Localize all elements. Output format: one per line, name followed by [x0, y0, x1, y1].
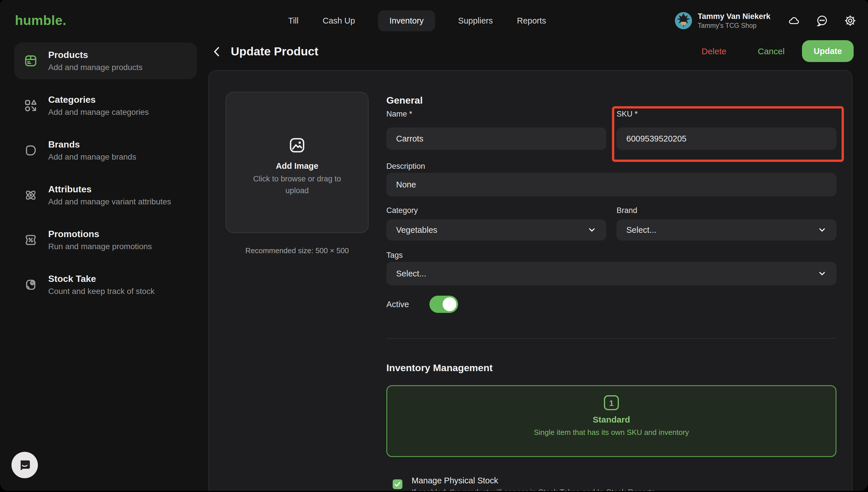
user-cluster: Tammy Van Niekerk Tammy's TCG Shop [675, 0, 857, 41]
nav-inventory[interactable]: Inventory [378, 10, 435, 31]
sidebar-item-desc: Run and manage promotions [48, 242, 152, 251]
upload-hint: Click to browse or drag to upload [241, 173, 353, 196]
main-nav: Till Cash Up Inventory Suppliers Reports [287, 0, 547, 41]
active-label: Active [386, 300, 606, 309]
support-chat-icon [18, 458, 31, 472]
type-title: Standard [387, 415, 836, 424]
atom-icon [24, 188, 38, 202]
standard-type-icon: 1 [604, 395, 619, 410]
sidebar-item-stock-take[interactable]: Stock Take Count and keep track of stock [14, 266, 197, 303]
section-divider [386, 338, 837, 339]
image-icon [288, 136, 306, 154]
upload-recommended-size: Recommended size: 500 × 500 [226, 246, 369, 255]
tag-icon [24, 143, 38, 157]
sku-input[interactable] [617, 127, 837, 150]
upload-title: Add Image [226, 161, 368, 171]
shapes-icon [24, 98, 38, 113]
avatar[interactable] [675, 12, 692, 29]
app-window: humble. Till Cash Up Inventory Suppliers… [0, 0, 868, 491]
tags-value: Select... [396, 269, 426, 278]
sidebar: Products Add and manage products Categor… [14, 43, 197, 311]
description-label: Description [386, 162, 606, 171]
name-label: Name * [386, 109, 606, 119]
nav-reports[interactable]: Reports [516, 10, 547, 31]
ticket-percent-icon [24, 233, 38, 247]
chevron-down-icon [817, 225, 827, 235]
sidebar-item-title: Products [48, 49, 142, 60]
image-upload-dropzone[interactable]: Add Image Click to browse or drag to upl… [226, 92, 369, 233]
app-logo: humble. [15, 13, 66, 28]
sidebar-item-title: Categories [48, 94, 149, 105]
toggle-knob [443, 297, 456, 311]
inventory-type-card-standard[interactable]: 1 Standard Single item that has its own … [386, 385, 837, 457]
sidebar-item-desc: Add and manage brands [48, 152, 137, 162]
nav-cash-up[interactable]: Cash Up [321, 10, 356, 31]
sidebar-item-products[interactable]: Products Add and manage products [14, 43, 197, 79]
sidebar-item-title: Brands [48, 139, 137, 150]
sidebar-item-categories[interactable]: Categories Add and manage categories [14, 87, 197, 124]
sidebar-item-desc: Add and manage products [48, 63, 142, 72]
sidebar-item-promotions[interactable]: Promotions Run and manage promotions [14, 222, 197, 259]
sidebar-item-title: Stock Take [48, 273, 154, 284]
brand-select[interactable]: Select... [617, 219, 837, 241]
top-nav: humble. Till Cash Up Inventory Suppliers… [0, 0, 868, 41]
sidebar-item-title: Attributes [48, 184, 171, 195]
gear-icon[interactable] [844, 14, 857, 27]
description-input[interactable] [386, 173, 837, 196]
section-inventory-management: Inventory Management [386, 362, 493, 373]
manage-physical-stock-checkbox[interactable] [393, 479, 402, 489]
section-general: General [386, 95, 423, 106]
user-shop: Tammy's TCG Shop [698, 22, 770, 30]
sidebar-item-desc: Count and keep track of stock [48, 287, 154, 296]
brand-value: Select... [626, 225, 656, 235]
tags-select[interactable]: Select... [386, 262, 837, 285]
user-name: Tammy Van Niekerk [698, 12, 770, 22]
category-select[interactable]: Vegetables [386, 219, 606, 241]
user-info[interactable]: Tammy Van Niekerk Tammy's TCG Shop [698, 12, 770, 30]
page-title: Update Product [231, 45, 318, 58]
nav-till[interactable]: Till [287, 10, 300, 31]
sidebar-item-desc: Add and manage variant attributes [48, 197, 171, 207]
support-chat-button[interactable] [11, 452, 38, 478]
check-icon [394, 481, 401, 488]
name-input[interactable] [386, 127, 606, 150]
clipboard-check-icon [24, 277, 38, 292]
manage-physical-stock-desc: If enabled, the product will appear in S… [412, 488, 655, 491]
chat-icon[interactable] [816, 14, 828, 27]
category-label: Category [386, 206, 606, 215]
back-icon[interactable] [210, 45, 224, 58]
brand-label: Brand [617, 206, 837, 215]
sidebar-item-desc: Add and manage categories [48, 107, 149, 117]
delete-button[interactable]: Delete [701, 47, 726, 56]
sku-label: SKU * [617, 109, 837, 119]
category-value: Vegetables [396, 225, 438, 235]
package-icon [24, 54, 38, 68]
tags-label: Tags [386, 251, 606, 260]
active-toggle[interactable] [429, 296, 458, 313]
manage-physical-stock-label: Manage Physical Stock [412, 476, 498, 485]
sidebar-item-title: Promotions [48, 228, 152, 239]
chevron-down-icon [587, 225, 596, 235]
sidebar-item-brands[interactable]: Brands Add and manage brands [14, 132, 197, 169]
nav-suppliers[interactable]: Suppliers [457, 10, 494, 31]
chevron-down-icon [817, 269, 827, 278]
type-desc: Single item that has its own SKU and inv… [387, 428, 836, 437]
update-button[interactable]: Update [802, 40, 854, 62]
sidebar-item-attributes[interactable]: Attributes Add and manage variant attrib… [14, 177, 197, 214]
cancel-button[interactable]: Cancel [758, 47, 785, 56]
product-form-panel: Add Image Click to browse or drag to upl… [208, 70, 852, 491]
cloud-icon[interactable] [788, 14, 800, 27]
